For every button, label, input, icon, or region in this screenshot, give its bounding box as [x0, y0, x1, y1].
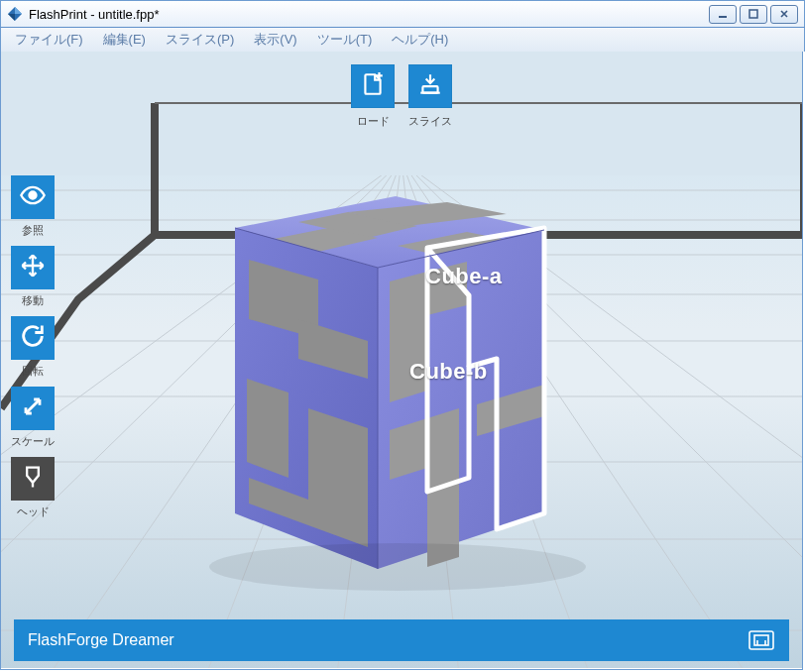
menu-tools[interactable]: ツール(T)	[307, 29, 383, 51]
load-button[interactable]: ロード	[351, 64, 395, 129]
app-logo-icon	[7, 6, 23, 22]
svg-rect-51	[754, 635, 768, 645]
menu-edit[interactable]: 編集(E)	[93, 29, 156, 51]
device-bar[interactable]: FlashForge Dreamer	[14, 619, 789, 661]
slice-button[interactable]: スライス	[408, 64, 452, 129]
menubar: ファイル(F) 編集(E) スライス(P) 表示(V) ツール(T) ヘルプ(H…	[0, 28, 805, 52]
view-label: 参照	[22, 223, 44, 238]
menu-help[interactable]: ヘルプ(H)	[382, 29, 458, 51]
eye-icon	[19, 181, 47, 213]
svg-point-45	[209, 543, 586, 591]
file-plus-icon	[360, 71, 386, 101]
scale-icon	[19, 392, 47, 424]
svg-marker-40	[390, 272, 427, 402]
print-icon	[417, 71, 443, 101]
viewport[interactable]: Cube-a Cube-b ロード スライス 参照 移動	[0, 52, 803, 670]
extruder-icon	[19, 463, 47, 495]
head-label: ヘッド	[17, 504, 50, 519]
rotate-label: 回転	[22, 364, 44, 379]
svg-point-48	[30, 192, 37, 199]
device-name: FlashForge Dreamer	[28, 631, 174, 649]
svg-rect-3	[719, 16, 727, 18]
svg-rect-50	[749, 631, 773, 649]
window-title: FlashPrint - untitle.fpp*	[29, 7, 709, 22]
svg-marker-36	[247, 379, 288, 478]
svg-marker-1	[15, 7, 22, 14]
move-icon	[19, 252, 47, 283]
scale-tool[interactable]: スケール	[11, 387, 55, 449]
close-button[interactable]	[770, 5, 798, 24]
svg-marker-37	[308, 408, 368, 547]
maximize-button[interactable]	[740, 5, 767, 24]
minimize-button[interactable]	[709, 5, 737, 24]
load-label: ロード	[357, 114, 390, 129]
move-tool[interactable]: 移動	[11, 246, 55, 308]
move-label: 移動	[22, 293, 44, 308]
view-tool[interactable]: 参照	[11, 175, 55, 238]
scale-label: スケール	[11, 434, 55, 449]
rotate-icon	[19, 322, 47, 354]
slice-label: スライス	[408, 114, 452, 129]
menu-file[interactable]: ファイル(F)	[5, 29, 93, 51]
svg-marker-2	[8, 14, 15, 21]
top-toolbar: ロード スライス	[351, 64, 452, 129]
printer-icon	[748, 629, 775, 651]
menu-view[interactable]: 表示(V)	[244, 29, 306, 51]
rotate-tool[interactable]: 回転	[11, 316, 55, 379]
scene-3d	[1, 52, 802, 668]
svg-rect-4	[749, 10, 757, 18]
side-toolbar: 参照 移動 回転 スケール ヘッド	[11, 175, 55, 523]
menu-slice[interactable]: スライス(P)	[156, 29, 244, 51]
head-tool[interactable]: ヘッド	[11, 457, 55, 519]
titlebar: FlashPrint - untitle.fpp*	[0, 0, 805, 28]
